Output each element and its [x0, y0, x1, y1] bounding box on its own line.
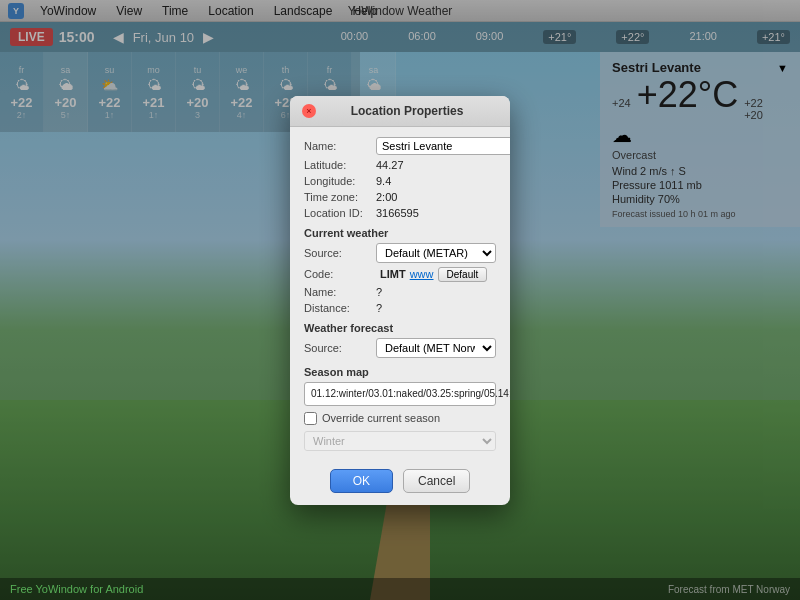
cw-distance-value: ?	[376, 302, 382, 314]
dialog-titlebar: × Location Properties	[290, 96, 510, 127]
cw-name-row: Name: ?	[304, 286, 496, 298]
wf-title: Weather forecast	[304, 322, 496, 334]
name-input[interactable]	[376, 137, 510, 155]
cw-name-value: ?	[376, 286, 382, 298]
wf-source-label: Source:	[304, 342, 376, 354]
wf-source-row: Source: Default (MET Norway)	[304, 338, 496, 358]
dialog-body: Name: Latitude: 44.27 Longitude: 9.4 Tim…	[290, 127, 510, 461]
dialog-close-button[interactable]: ×	[302, 104, 316, 118]
wf-source-select[interactable]: Default (MET Norway)	[376, 338, 496, 358]
timezone-value: 2:00	[376, 191, 397, 203]
code-value: LIMT	[380, 268, 406, 280]
cw-name-label: Name:	[304, 286, 376, 298]
season-map-title: Season map	[304, 366, 496, 378]
longitude-label: Longitude:	[304, 175, 376, 187]
timezone-label: Time zone:	[304, 191, 376, 203]
dialog-title: Location Properties	[316, 104, 498, 118]
locationid-value: 3166595	[376, 207, 419, 219]
season-map-value: 01.12:winter/03.01:naked/03.25:spring/05…	[304, 382, 496, 406]
season-select[interactable]: Winter	[304, 431, 496, 451]
ok-button[interactable]: OK	[330, 469, 393, 493]
timezone-row: Time zone: 2:00	[304, 191, 496, 203]
default-button[interactable]: Default	[438, 267, 488, 282]
dialog-footer: OK Cancel	[290, 461, 510, 505]
longitude-row: Longitude: 9.4	[304, 175, 496, 187]
www-button[interactable]: www	[410, 268, 434, 280]
override-label: Override current season	[322, 412, 440, 424]
locationid-label: Location ID:	[304, 207, 376, 219]
current-weather-title: Current weather	[304, 227, 496, 239]
override-row: Override current season	[304, 412, 496, 425]
name-label: Name:	[304, 140, 376, 152]
cw-source-label: Source:	[304, 247, 376, 259]
longitude-value: 9.4	[376, 175, 391, 187]
override-checkbox[interactable]	[304, 412, 317, 425]
latitude-value: 44.27	[376, 159, 404, 171]
name-row: Name:	[304, 137, 496, 155]
location-properties-dialog: × Location Properties Name: Latitude: 44…	[290, 96, 510, 505]
latitude-row: Latitude: 44.27	[304, 159, 496, 171]
code-row: Code: LIMT www Default	[304, 267, 496, 282]
locationid-row: Location ID: 3166595	[304, 207, 496, 219]
latitude-label: Latitude:	[304, 159, 376, 171]
cw-source-row: Source: Default (METAR)	[304, 243, 496, 263]
code-label: Code:	[304, 268, 376, 280]
cancel-button[interactable]: Cancel	[403, 469, 470, 493]
cw-distance-label: Distance:	[304, 302, 376, 314]
modal-overlay: × Location Properties Name: Latitude: 44…	[0, 0, 800, 600]
cw-source-select[interactable]: Default (METAR)	[376, 243, 496, 263]
cw-distance-row: Distance: ?	[304, 302, 496, 314]
